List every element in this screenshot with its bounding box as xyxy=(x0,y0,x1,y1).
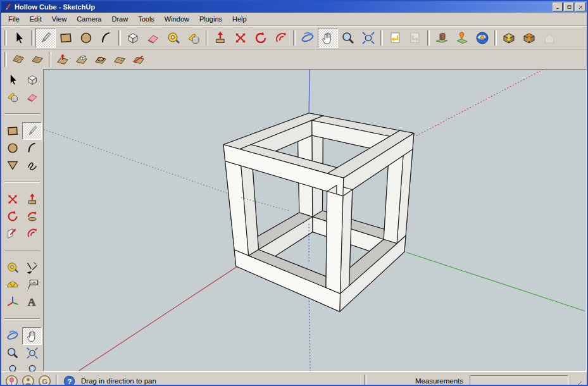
close-button[interactable] xyxy=(575,3,585,11)
palette-separator xyxy=(4,113,40,115)
viewport[interactable] xyxy=(43,69,587,371)
tool-undo[interactable] xyxy=(385,28,405,48)
maximize-button[interactable] xyxy=(564,3,574,11)
measurements-input[interactable] xyxy=(470,375,568,386)
palette-tool-tape-measure[interactable] xyxy=(3,259,22,277)
palette-tool-follow-me[interactable] xyxy=(22,208,42,225)
claim-model-icon[interactable] xyxy=(22,375,35,386)
palette-tool-zoom[interactable] xyxy=(3,344,22,362)
tool-share-model[interactable] xyxy=(519,28,539,48)
geo-location-icon[interactable] xyxy=(5,375,18,386)
palette-tool-line[interactable] xyxy=(22,122,42,140)
help-icon[interactable]: ? xyxy=(63,375,76,386)
get-models-icon xyxy=(501,30,516,46)
tool-eraser[interactable] xyxy=(143,28,163,48)
google-earth-icon xyxy=(475,30,490,46)
arc-icon xyxy=(99,30,114,46)
paint-bucket-icon xyxy=(186,30,201,46)
toolbar-separator xyxy=(427,30,430,46)
drape-icon xyxy=(94,53,108,66)
push-pull-icon xyxy=(25,192,39,206)
palette-tool-arc[interactable] xyxy=(22,139,42,157)
palette-tool-zoom-extents[interactable] xyxy=(22,344,42,362)
tool-zoom-extents[interactable] xyxy=(358,28,378,48)
palette-tool-move[interactable] xyxy=(3,190,22,208)
palette-tool-axes[interactable] xyxy=(3,293,22,311)
tool-stamp[interactable] xyxy=(72,50,91,69)
menu-camera[interactable]: Camera xyxy=(72,13,106,25)
palette-separator xyxy=(4,250,40,251)
tool-pan[interactable] xyxy=(318,28,338,48)
rectangle-icon xyxy=(58,30,73,46)
palette-tool-rectangle[interactable] xyxy=(3,122,22,140)
dimension-icon xyxy=(25,261,39,275)
minimize-button[interactable] xyxy=(553,3,563,11)
tool-tape-measure[interactable] xyxy=(163,28,184,48)
tool-line[interactable] xyxy=(35,28,56,48)
tool-toggle-terrain[interactable] xyxy=(452,28,472,48)
menu-help[interactable]: Help xyxy=(227,13,252,25)
palette-tool-zoom-previous[interactable] xyxy=(3,361,22,372)
palette-tool-text[interactable]: ABC xyxy=(22,276,42,294)
tool-orbit[interactable] xyxy=(297,28,318,48)
tool-palette: ABCA xyxy=(1,69,43,371)
menu-tools[interactable]: Tools xyxy=(133,13,160,25)
status-hint: Drag in direction to pan xyxy=(81,377,360,385)
paint-bucket-icon xyxy=(6,90,20,104)
tool-arc[interactable] xyxy=(96,28,116,48)
menu-edit[interactable]: Edit xyxy=(25,13,47,25)
tool-from-scratch[interactable] xyxy=(28,50,47,69)
tool-make-component[interactable] xyxy=(123,28,143,48)
menu-draw[interactable]: Draw xyxy=(106,13,133,25)
tool-add-location[interactable] xyxy=(432,28,452,48)
palette-tool-dimension[interactable] xyxy=(22,259,42,277)
tool-drape[interactable] xyxy=(91,50,110,69)
tool-rotate[interactable] xyxy=(251,28,271,48)
tool-google-earth[interactable] xyxy=(472,28,492,48)
menu-view[interactable]: View xyxy=(47,13,72,25)
menu-plugins[interactable]: Plugins xyxy=(194,13,227,25)
tool-select[interactable] xyxy=(9,28,29,48)
tool-share-component[interactable] xyxy=(539,28,560,48)
palette-tool-polygon[interactable] xyxy=(3,156,22,174)
palette-tool-rotate[interactable] xyxy=(3,208,22,225)
resize-grip[interactable] xyxy=(573,380,583,386)
palette-tool-offset[interactable] xyxy=(22,225,42,242)
title-bar[interactable]: Hollow Cube - SketchUp xyxy=(1,1,587,13)
palette-tool-make-component[interactable] xyxy=(22,71,42,89)
tool-redo[interactable] xyxy=(405,28,425,48)
offset-icon xyxy=(273,30,289,46)
palette-tool-protractor[interactable] xyxy=(3,276,22,294)
menu-file[interactable]: File xyxy=(3,13,25,25)
palette-tool-scale[interactable] xyxy=(3,225,22,242)
palette-tool-3d-text[interactable]: A xyxy=(22,293,42,311)
palette-tool-paint-bucket[interactable] xyxy=(3,88,22,106)
get-credit-icon[interactable]: G xyxy=(38,375,51,386)
tool-offset[interactable] xyxy=(271,28,291,48)
palette-tool-circle[interactable] xyxy=(3,139,22,157)
tool-move[interactable] xyxy=(230,28,251,48)
palette-tool-eraser[interactable] xyxy=(22,88,42,106)
cube-face[interactable] xyxy=(326,191,343,294)
tool-paint-bucket[interactable] xyxy=(184,28,204,48)
tool-add-detail[interactable] xyxy=(110,50,129,69)
menu-window[interactable]: Window xyxy=(160,13,194,25)
tool-zoom[interactable] xyxy=(338,28,358,48)
palette-tool-orbit[interactable] xyxy=(3,327,22,345)
tool-push-pull[interactable] xyxy=(210,28,230,48)
palette-tool-push-pull[interactable] xyxy=(22,190,42,208)
tool-rectangle[interactable] xyxy=(56,28,76,48)
palette-tool-freehand[interactable] xyxy=(22,156,42,174)
palette-tool-zoom-next[interactable] xyxy=(22,361,42,372)
tool-get-models[interactable] xyxy=(499,28,519,48)
palette-separator xyxy=(4,182,40,183)
tool-circle[interactable] xyxy=(76,28,96,48)
3d-scene[interactable] xyxy=(44,70,586,371)
toolbar-main xyxy=(1,26,587,49)
palette-tool-select[interactable] xyxy=(3,71,22,89)
tool-from-contours[interactable] xyxy=(9,50,28,69)
tool-flip-edge[interactable] xyxy=(129,50,148,69)
make-component-icon xyxy=(25,73,39,87)
tool-smoove[interactable] xyxy=(53,50,72,69)
palette-tool-pan[interactable] xyxy=(22,327,42,345)
